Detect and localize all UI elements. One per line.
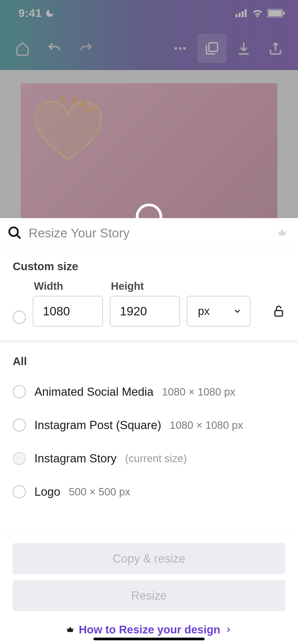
share-button[interactable] [261,34,290,63]
pages-icon [205,41,219,56]
home-icon [15,41,30,56]
svg-rect-12 [275,311,282,316]
undo-button[interactable] [40,34,69,63]
preset-dims: 1080 × 1080 px [170,419,243,431]
svg-point-9 [183,47,186,49]
preset-instagram-story[interactable]: Instagram Story (current size) [13,442,285,475]
preset-animated-social-media[interactable]: Animated Social Media 1080 × 1080 px [13,375,285,408]
height-input[interactable] [110,296,180,326]
crown-icon [277,228,287,238]
custom-size-radio[interactable] [13,311,26,324]
moon-icon [45,8,55,18]
howto-label: How to Resize your design [79,623,220,636]
sheet-footer: Copy & resize Resize How to Resize your … [0,535,298,644]
svg-point-11 [9,227,18,236]
share-icon [268,41,283,56]
resize-label: Resize [131,589,167,602]
more-button[interactable] [166,34,195,63]
preset-name: Instagram Post (Square) [34,418,161,432]
svg-rect-6 [283,12,285,15]
height-label: Height [110,280,180,292]
preset-name: Instagram Story [34,452,117,465]
preset-dims: 500 × 500 px [69,486,130,498]
download-icon [236,41,251,56]
search-input[interactable] [29,226,270,240]
svg-rect-2 [242,11,244,17]
custom-size-row: Width Height px [0,280,298,340]
preset-note: (current size) [125,453,187,464]
svg-rect-1 [239,13,241,17]
preset-dims: 1080 × 1080 px [162,386,235,398]
svg-rect-10 [209,43,218,52]
preset-name: Animated Social Media [34,385,153,398]
resize-sheet: Custom size Width Height px All [0,218,298,644]
preset-list: Animated Social Media 1080 × 1080 px Ins… [0,375,298,508]
redo-icon [79,41,93,56]
unlock-icon [272,305,285,318]
chevron-right-icon [224,626,232,634]
crown-icon [66,625,75,634]
resize-button[interactable]: Resize [13,580,285,611]
svg-rect-5 [268,10,282,16]
preset-radio[interactable] [13,418,26,432]
svg-point-7 [175,47,177,49]
chevron-down-icon [233,307,242,316]
heart-graphic [26,94,111,168]
undo-icon [47,41,62,56]
status-bar: 9:41 [0,0,298,26]
preset-instagram-post-square[interactable]: Instagram Post (Square) 1080 × 1080 px [13,408,285,442]
copy-resize-label: Copy & resize [113,552,185,565]
preset-logo[interactable]: Logo 500 × 500 px [13,475,285,508]
svg-rect-0 [236,14,238,17]
unit-label: px [198,305,210,318]
custom-section-title: Custom size [0,248,298,280]
search-icon [7,226,22,240]
svg-point-8 [179,47,182,49]
more-icon [173,41,188,56]
divider [0,340,298,343]
canvas-area [0,70,298,218]
redo-button[interactable] [71,34,101,63]
download-button[interactable] [229,34,258,63]
cell-signal-icon [236,9,248,17]
svg-rect-3 [245,9,247,17]
lock-aspect-button[interactable] [272,296,285,326]
all-section-title: All [0,343,298,375]
unit-select[interactable]: px [187,296,250,326]
battery-icon [267,9,285,17]
search-row [0,218,298,248]
preset-name: Logo [34,485,60,498]
width-input[interactable] [33,296,103,326]
howto-link[interactable]: How to Resize your design [13,617,285,639]
preset-radio[interactable] [13,385,26,398]
design-canvas[interactable] [21,83,277,218]
pages-button[interactable] [197,34,227,63]
status-time: 9:41 [19,7,42,20]
copy-resize-button[interactable]: Copy & resize [13,543,285,574]
home-indicator[interactable] [93,638,205,640]
home-button[interactable] [8,34,37,63]
preset-radio[interactable] [13,485,26,498]
preset-radio[interactable] [13,452,26,465]
width-label: Width [33,280,103,292]
wifi-icon [252,9,263,17]
toolbar [0,26,298,70]
